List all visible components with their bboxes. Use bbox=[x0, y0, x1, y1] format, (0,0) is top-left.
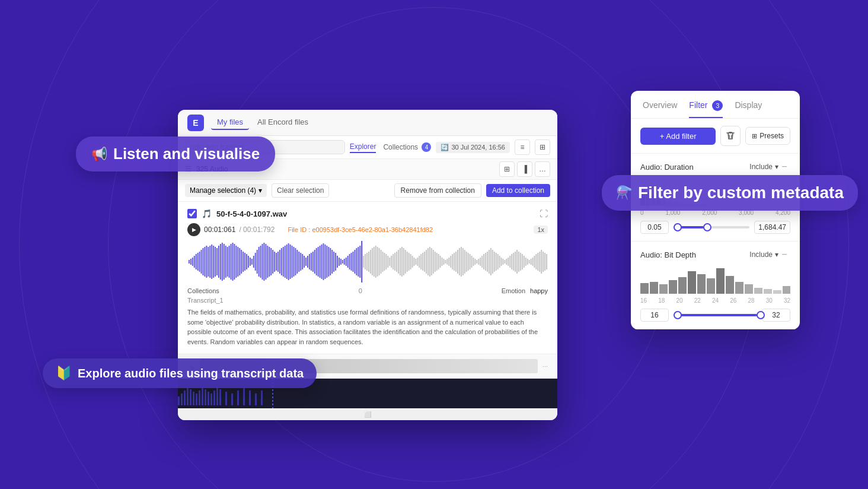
more-options[interactable]: ··· bbox=[542, 363, 548, 370]
nav-all-encord[interactable]: All Encord files bbox=[251, 115, 314, 130]
audio-file-row: 🎵 50-f-5-4-0-1097.wav ⛶ ▶ 00:01:061 / 00… bbox=[178, 202, 557, 354]
bitdepth-thumb-left[interactable] bbox=[674, 311, 682, 319]
svg-rect-0 bbox=[189, 260, 190, 263]
svg-rect-253 bbox=[688, 271, 696, 294]
svg-rect-72 bbox=[314, 250, 315, 274]
svg-rect-59 bbox=[292, 246, 293, 278]
svg-rect-109 bbox=[379, 248, 380, 275]
duration-thumb-left[interactable] bbox=[674, 223, 682, 231]
svg-rect-21 bbox=[225, 246, 226, 278]
tab-explorer[interactable]: Explorer bbox=[350, 141, 376, 153]
nav-my-files[interactable]: My files bbox=[211, 115, 249, 130]
svg-rect-154 bbox=[457, 250, 458, 274]
svg-rect-203 bbox=[542, 252, 544, 272]
include-dropdown-duration[interactable]: Include ▾ bbox=[749, 163, 778, 171]
svg-rect-13 bbox=[211, 244, 212, 279]
svg-rect-94 bbox=[353, 252, 354, 272]
svg-rect-146 bbox=[443, 259, 444, 265]
speed-badge[interactable]: 1x bbox=[534, 226, 548, 234]
file-checkbox[interactable] bbox=[187, 209, 197, 218]
presets-btn[interactable]: ⊞ Presets bbox=[745, 127, 790, 145]
duration-min-val[interactable]: 0.05 bbox=[640, 221, 669, 234]
svg-rect-1 bbox=[190, 259, 192, 265]
tab-overview[interactable]: Overview bbox=[643, 100, 677, 118]
add-to-collection-btn[interactable]: Add to collection bbox=[486, 184, 550, 197]
tab-collections[interactable]: Collections 4 bbox=[383, 141, 431, 153]
svg-rect-112 bbox=[384, 253, 385, 271]
svg-rect-118 bbox=[394, 253, 395, 271]
svg-rect-3 bbox=[194, 256, 195, 268]
svg-rect-161 bbox=[470, 254, 471, 269]
bitdepth-thumb-right[interactable] bbox=[757, 311, 765, 319]
bitdepth-max-val[interactable]: 32 bbox=[762, 309, 790, 322]
svg-rect-43 bbox=[263, 243, 264, 281]
clear-filters-btn[interactable] bbox=[720, 126, 741, 146]
manage-selection-btn[interactable]: Manage selection (4) ▾ bbox=[185, 184, 267, 197]
tab-filter[interactable]: Filter 3 bbox=[689, 100, 723, 118]
svg-rect-55 bbox=[285, 246, 286, 278]
filter-count-badge: 3 bbox=[712, 100, 723, 111]
duration-max-val[interactable]: 1,684.47 bbox=[754, 221, 790, 234]
svg-rect-119 bbox=[396, 252, 397, 272]
svg-rect-210 bbox=[187, 388, 189, 405]
play-btn[interactable]: ▶ bbox=[187, 223, 200, 236]
file-time-row: ▶ 00:01:061 / 00:01:792 File ID : e00953… bbox=[187, 223, 548, 236]
resize-handle[interactable]: ⬜ bbox=[178, 408, 557, 420]
svg-rect-251 bbox=[669, 280, 677, 294]
collections-count: 0 bbox=[359, 287, 362, 294]
file-id-link[interactable]: File ID : e00953df-3ce5-46e2-80a1-36b428… bbox=[288, 226, 433, 233]
svg-rect-156 bbox=[461, 247, 462, 277]
svg-rect-24 bbox=[231, 244, 232, 280]
bar-icon[interactable]: ▐ bbox=[517, 161, 532, 177]
include-dropdown-bitdepth[interactable]: Include ▾ bbox=[749, 250, 778, 259]
svg-rect-23 bbox=[229, 246, 230, 278]
svg-rect-39 bbox=[257, 250, 258, 274]
bitdepth-min-val[interactable]: 16 bbox=[640, 309, 669, 322]
svg-rect-64 bbox=[300, 253, 301, 271]
svg-rect-175 bbox=[494, 252, 495, 272]
svg-rect-135 bbox=[424, 252, 425, 272]
tab-display[interactable]: Display bbox=[735, 100, 762, 118]
svg-rect-178 bbox=[499, 256, 500, 268]
svg-rect-224 bbox=[237, 390, 239, 405]
time-total: / 00:01:792 bbox=[239, 226, 275, 234]
emotion-value: happy bbox=[530, 287, 548, 294]
svg-rect-84 bbox=[335, 253, 336, 271]
svg-rect-80 bbox=[328, 247, 329, 277]
svg-rect-130 bbox=[415, 259, 416, 265]
grid-icon[interactable]: ⊞ bbox=[499, 161, 515, 177]
remove-from-collection-btn[interactable]: Remove from collection bbox=[394, 183, 481, 198]
svg-rect-136 bbox=[426, 250, 427, 274]
clear-selection-btn[interactable]: Clear selection bbox=[272, 183, 329, 198]
filter-actions: + Add filter ⊞ Presets bbox=[631, 119, 800, 154]
remove-duration-btn[interactable]: − bbox=[778, 161, 790, 173]
svg-rect-254 bbox=[697, 274, 706, 294]
svg-rect-87 bbox=[340, 259, 342, 265]
add-filter-btn[interactable]: + Add filter bbox=[640, 128, 716, 145]
svg-rect-102 bbox=[366, 253, 368, 271]
svg-rect-228 bbox=[261, 390, 263, 405]
svg-rect-4 bbox=[196, 254, 197, 269]
svg-rect-26 bbox=[234, 244, 235, 280]
svg-rect-193 bbox=[525, 258, 526, 266]
duration-slider[interactable] bbox=[674, 226, 749, 228]
grid-view-btn[interactable]: ⊞ bbox=[535, 139, 550, 155]
list-view-btn[interactable]: ≡ bbox=[515, 139, 530, 155]
svg-rect-250 bbox=[659, 284, 668, 294]
file-name: 50-f-5-4-0-1097.wav bbox=[216, 209, 287, 218]
transcript-label: Transcript_1 bbox=[187, 297, 548, 304]
label-listen: 📢 Listen and visualise bbox=[76, 136, 275, 172]
svg-rect-27 bbox=[235, 246, 237, 278]
svg-rect-98 bbox=[359, 246, 360, 278]
expand-btn[interactable]: ⛶ bbox=[540, 209, 548, 218]
svg-rect-155 bbox=[459, 248, 460, 275]
svg-rect-212 bbox=[193, 392, 194, 405]
bitdepth-slider[interactable] bbox=[674, 314, 757, 316]
svg-rect-150 bbox=[450, 256, 451, 268]
label-explore-text: Explore audio files using transcript dat… bbox=[78, 367, 304, 380]
more-icon[interactable]: … bbox=[535, 161, 550, 177]
svg-rect-166 bbox=[478, 259, 479, 265]
svg-rect-25 bbox=[232, 243, 234, 281]
duration-thumb-right[interactable] bbox=[703, 223, 711, 231]
remove-bitdepth-btn[interactable]: − bbox=[778, 249, 790, 261]
